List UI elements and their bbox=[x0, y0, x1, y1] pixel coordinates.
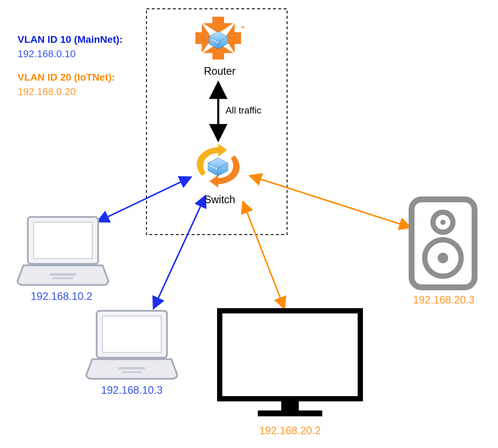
svg-rect-22 bbox=[213, 167, 215, 168]
svg-rect-25 bbox=[34, 222, 92, 259]
router-icon-clean bbox=[195, 16, 242, 60]
svg-rect-17 bbox=[214, 40, 216, 42]
legend-vlan20-ip: 192.168.0.20 bbox=[18, 84, 123, 99]
svg-marker-10 bbox=[203, 17, 233, 33]
svg-rect-28 bbox=[97, 311, 167, 358]
svg-marker-14 bbox=[209, 31, 228, 49]
svg-rect-34 bbox=[258, 410, 322, 416]
legend-vlan10-ip: 192.168.0.10 bbox=[18, 47, 123, 61]
svg-rect-32 bbox=[220, 311, 360, 399]
svg-rect-18 bbox=[216, 41, 218, 43]
svg-marker-7 bbox=[212, 41, 224, 51]
svg-rect-16 bbox=[212, 39, 213, 40]
svg-rect-9 bbox=[195, 16, 242, 60]
router-label: Router bbox=[182, 65, 258, 77]
tv-icon bbox=[220, 311, 360, 416]
svg-rect-2 bbox=[198, 40, 215, 57]
svg-rect-0 bbox=[198, 16, 215, 34]
link-switch-speaker bbox=[250, 176, 410, 227]
svg-rect-23 bbox=[216, 168, 217, 169]
svg-point-36 bbox=[433, 212, 453, 232]
svg-rect-29 bbox=[103, 316, 161, 352]
svg-rect-26 bbox=[50, 273, 76, 276]
svg-rect-27 bbox=[53, 277, 73, 279]
legend: VLAN ID 10 (MainNet): 192.168.0.10 VLAN … bbox=[18, 32, 123, 99]
speaker-icon bbox=[412, 199, 475, 287]
link-switch-laptop1 bbox=[98, 177, 190, 221]
laptop2-icon bbox=[86, 311, 177, 379]
svg-point-39 bbox=[438, 253, 448, 263]
switch-label: Switch bbox=[182, 194, 258, 206]
switch-icon bbox=[197, 144, 240, 188]
svg-marker-5 bbox=[223, 31, 233, 43]
speaker-ip: 192.168.20.3 bbox=[397, 294, 491, 306]
laptop2-ip: 192.168.10.3 bbox=[82, 384, 182, 396]
svg-rect-1 bbox=[221, 16, 239, 34]
tv-ip: 192.168.20.2 bbox=[240, 425, 340, 437]
svg-marker-12 bbox=[195, 23, 212, 53]
svg-rect-31 bbox=[122, 371, 142, 373]
laptop1-ip: 192.168.10.2 bbox=[12, 290, 111, 303]
link-switch-laptop2 bbox=[154, 196, 205, 308]
svg-point-38 bbox=[425, 240, 461, 276]
svg-marker-11 bbox=[203, 43, 233, 60]
svg-rect-24 bbox=[28, 217, 98, 264]
svg-rect-33 bbox=[281, 399, 299, 410]
svg-rect-21 bbox=[211, 165, 212, 167]
svg-marker-4 bbox=[204, 31, 214, 43]
diagram-canvas: VLAN ID 10 (MainNet): 192.168.0.10 VLAN … bbox=[0, 0, 498, 448]
legend-vlan10-title: VLAN ID 10 (MainNet): bbox=[18, 32, 123, 47]
svg-marker-6 bbox=[212, 22, 224, 32]
link-switch-tv bbox=[243, 202, 284, 308]
svg-rect-35 bbox=[412, 199, 475, 287]
svg-marker-19 bbox=[208, 158, 228, 176]
router-icon bbox=[198, 16, 245, 60]
svg-rect-30 bbox=[119, 367, 145, 369]
legend-vlan20-title: VLAN ID 20 (IoTNet): bbox=[18, 70, 123, 84]
svg-marker-13 bbox=[225, 23, 241, 53]
laptop1-icon bbox=[18, 217, 108, 285]
svg-rect-3 bbox=[221, 40, 239, 57]
traffic-label: All traffic bbox=[226, 105, 261, 116]
svg-point-37 bbox=[440, 220, 446, 225]
svg-rect-8 bbox=[198, 16, 239, 57]
